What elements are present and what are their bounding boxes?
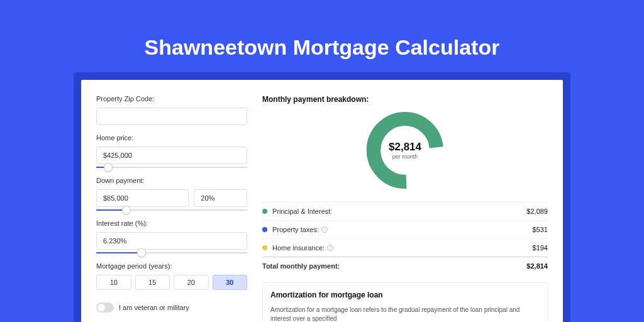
interest-label: Interest rate (%):	[96, 219, 247, 227]
toggle-knob	[97, 304, 105, 311]
total-label: Total monthly payment:	[262, 262, 526, 270]
veteran-toggle[interactable]	[96, 303, 114, 313]
down-payment-slider[interactable]	[96, 209, 247, 211]
donut-amount: $2,814	[389, 141, 421, 153]
amortization-box: Amortization for mortgage loan Amortizat…	[262, 282, 548, 322]
zip-input[interactable]	[96, 108, 247, 125]
period-30-button[interactable]: 30	[213, 275, 248, 290]
interest-group: Interest rate (%):	[96, 219, 247, 253]
row-value: $194	[533, 244, 548, 252]
down-payment-label: Down payment:	[96, 177, 247, 184]
interest-slider[interactable]	[96, 252, 247, 253]
period-group: Mortgage period (years): 10 15 20 30	[96, 262, 247, 290]
home-price-slider[interactable]	[96, 167, 247, 168]
slider-thumb[interactable]	[122, 206, 131, 214]
period-buttons: 10 15 20 30	[96, 275, 247, 290]
breakdown-row-insurance: Home insurance: ? $194	[262, 238, 548, 257]
row-label-text: Property taxes:	[272, 226, 319, 233]
total-value: $2,814	[526, 262, 548, 270]
breakdown-title: Monthly payment breakdown:	[262, 95, 548, 104]
home-price-input[interactable]	[96, 147, 247, 164]
calculator-card: Property Zip Code: Home price: Down paym…	[81, 80, 563, 322]
slider-thumb[interactable]	[104, 163, 113, 172]
zip-label: Property Zip Code:	[96, 95, 247, 103]
row-label: Principal & Interest:	[272, 208, 526, 215]
donut-center: $2,814 per month	[366, 111, 444, 189]
donut-sub: per month	[392, 153, 418, 160]
interest-input[interactable]	[96, 232, 247, 250]
legend-dot-icon	[262, 209, 267, 214]
help-icon[interactable]: ?	[327, 245, 333, 251]
down-payment-group: Down payment:	[96, 177, 247, 211]
donut-chart-wrap: $2,814 per month	[262, 111, 548, 189]
breakdown-row-total: Total monthly payment: $2,814	[262, 257, 548, 275]
home-price-group: Home price:	[96, 134, 247, 168]
help-icon[interactable]: ?	[321, 226, 328, 233]
row-label: Home insurance: ?	[272, 244, 533, 252]
down-payment-input[interactable]	[96, 189, 189, 207]
legend-dot-icon	[262, 245, 267, 250]
row-value: $531	[533, 226, 548, 233]
slider-thumb[interactable]	[137, 248, 146, 257]
veteran-toggle-row: I am veteran or military	[96, 303, 247, 313]
breakdown-row-taxes: Property taxes: ? $531	[262, 220, 548, 238]
period-label: Mortgage period (years):	[96, 262, 247, 270]
zip-group: Property Zip Code:	[96, 95, 247, 125]
row-label-text: Home insurance:	[272, 244, 325, 252]
down-payment-pct-input[interactable]	[194, 189, 247, 207]
card-frame: Property Zip Code: Home price: Down paym…	[74, 72, 570, 322]
donut-chart: $2,814 per month	[366, 111, 444, 189]
inputs-column: Property Zip Code: Home price: Down paym…	[96, 95, 247, 322]
amortization-text: Amortization for a mortgage loan refers …	[270, 306, 540, 322]
period-15-button[interactable]: 15	[135, 275, 170, 290]
amortization-title: Amortization for mortgage loan	[270, 291, 540, 299]
period-20-button[interactable]: 20	[174, 275, 209, 290]
legend-dot-icon	[262, 227, 267, 232]
breakdown-column: Monthly payment breakdown:	[262, 95, 548, 322]
row-label: Property taxes: ?	[272, 226, 533, 233]
breakdown-row-principal: Principal & Interest: $2,089	[262, 202, 548, 220]
row-value: $2,089	[526, 208, 548, 215]
veteran-label: I am veteran or military	[119, 304, 189, 311]
home-price-label: Home price:	[96, 134, 247, 142]
page-title: Shawneetown Mortgage Calculator	[145, 35, 500, 60]
period-10-button[interactable]: 10	[96, 275, 131, 290]
